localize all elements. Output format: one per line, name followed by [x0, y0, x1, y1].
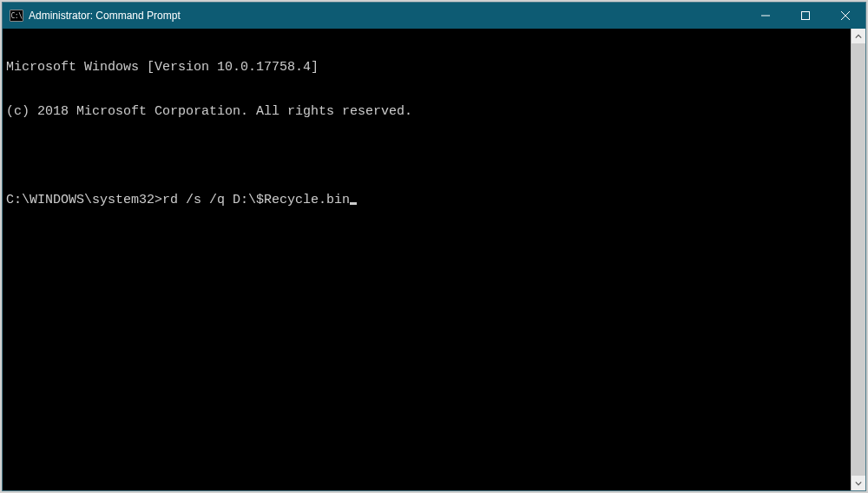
- scroll-thumb[interactable]: [852, 43, 865, 476]
- close-icon: [841, 11, 850, 20]
- terminal-line: Microsoft Windows [Version 10.0.17758.4]: [6, 60, 851, 75]
- svg-rect-1: [802, 12, 810, 20]
- prompt-line: C:\WINDOWS\system32>rd /s /q D:\$Recycle…: [6, 193, 851, 207]
- client-area: Microsoft Windows [Version 10.0.17758.4]…: [3, 29, 865, 490]
- titlebar[interactable]: C:\ Administrator: Command Prompt: [3, 3, 865, 29]
- terminal[interactable]: Microsoft Windows [Version 10.0.17758.4]…: [3, 29, 851, 490]
- scroll-down-button[interactable]: [852, 476, 865, 490]
- scroll-track[interactable]: [852, 43, 865, 476]
- maximize-icon: [801, 11, 810, 20]
- prompt: C:\WINDOWS\system32>: [6, 193, 162, 207]
- scroll-up-button[interactable]: [852, 29, 865, 43]
- minimize-button[interactable]: [746, 3, 786, 29]
- window-controls: [746, 3, 865, 29]
- close-button[interactable]: [825, 3, 865, 29]
- minimize-icon: [761, 11, 770, 20]
- terminal-line: [6, 148, 851, 163]
- command-prompt-window: C:\ Administrator: Command Prompt Micros…: [2, 2, 866, 491]
- window-title: Administrator: Command Prompt: [29, 10, 746, 22]
- cursor: [350, 202, 357, 205]
- chevron-up-icon: [855, 33, 862, 40]
- chevron-down-icon: [855, 480, 862, 487]
- cmd-icon: C:\: [10, 10, 23, 22]
- vertical-scrollbar[interactable]: [851, 29, 865, 490]
- command-input[interactable]: rd /s /q D:\$Recycle.bin: [162, 193, 350, 207]
- maximize-button[interactable]: [786, 3, 825, 29]
- terminal-line: (c) 2018 Microsoft Corporation. All righ…: [6, 104, 851, 119]
